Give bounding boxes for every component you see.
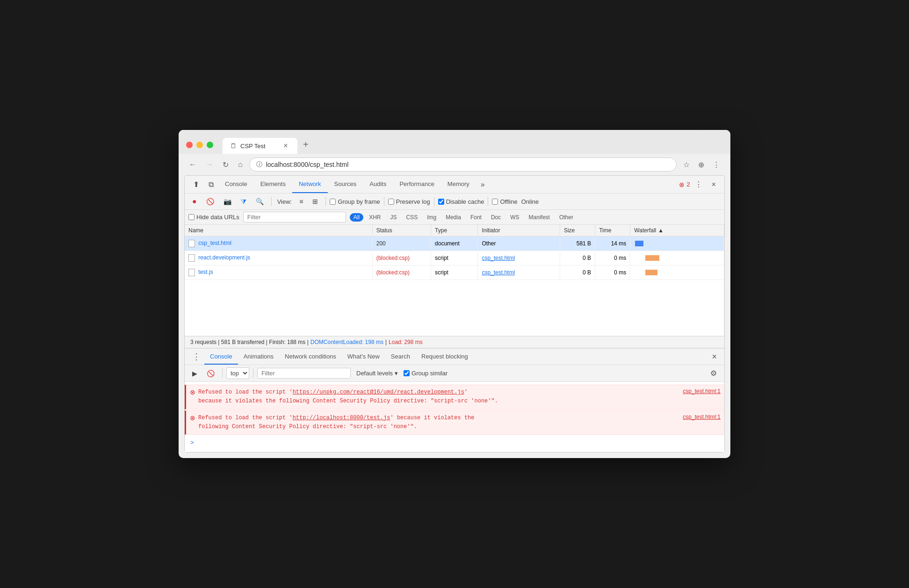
tab-network[interactable]: Network (292, 176, 328, 193)
network-filter-input[interactable] (243, 212, 346, 222)
btab-network-conditions[interactable]: Network conditions (279, 349, 342, 365)
console-gear-button[interactable]: ⚙ (707, 367, 721, 380)
btab-whats-new[interactable]: What's New (342, 349, 385, 365)
view-group-button[interactable]: ⊞ (309, 196, 322, 207)
tab-performance[interactable]: Performance (393, 176, 440, 193)
btab-search[interactable]: Search (385, 349, 416, 365)
toggle-icon-button[interactable]: ⧉ (204, 177, 218, 193)
group-by-frame-checkbox[interactable] (330, 199, 336, 205)
offline-checkbox[interactable] (492, 199, 498, 205)
browser-tab[interactable]: 🗒 CSP Test × (223, 138, 297, 154)
bottom-close-button[interactable]: × (708, 349, 721, 365)
home-button[interactable]: ⌂ (235, 158, 245, 171)
filter-tag-js[interactable]: JS (386, 213, 400, 222)
camera-button[interactable]: 📷 (220, 196, 235, 207)
load-time: Load: 298 ms (389, 339, 423, 345)
group-similar-label[interactable]: Group similar (404, 370, 447, 377)
row-name-text: csp_test.html (198, 240, 231, 246)
table-row[interactable]: react.development.js (blocked:csp) scrip… (185, 251, 724, 265)
col-header-type[interactable]: Type (431, 225, 478, 237)
col-header-size[interactable]: Size (560, 225, 595, 237)
menu-button[interactable]: ⋮ (710, 158, 723, 171)
hide-data-urls-checkbox[interactable] (188, 214, 195, 220)
group-by-frame-label[interactable]: Group by frame (330, 198, 380, 205)
new-tab-button[interactable]: + (297, 136, 314, 154)
bookmark-button[interactable]: ☆ (680, 158, 693, 171)
col-header-initiator[interactable]: Initiator (478, 225, 560, 237)
maximize-traffic-light[interactable] (207, 142, 213, 148)
tab-audits[interactable]: Audits (363, 176, 393, 193)
devtools-close-button[interactable]: × (707, 177, 721, 193)
sort-icon: ▲ (658, 227, 664, 234)
preserve-log-label[interactable]: Preserve log (388, 198, 430, 205)
offline-label[interactable]: Offline (492, 198, 517, 205)
filter-tag-img[interactable]: Img (423, 213, 440, 222)
tab-console[interactable]: Console (218, 176, 254, 193)
search-button[interactable]: 🔍 (252, 196, 267, 207)
refresh-button[interactable]: ↻ (220, 158, 231, 171)
view-list-button[interactable]: ≡ (296, 196, 307, 207)
filter-tag-doc[interactable]: Doc (487, 213, 505, 222)
col-header-waterfall[interactable]: Waterfall ▲ (630, 225, 724, 237)
error-file-1[interactable]: csp_test.html:1 (683, 388, 721, 406)
console-play-button[interactable]: ▶ (188, 368, 201, 379)
tab-close-button[interactable]: × (281, 142, 290, 150)
console-filter-input[interactable] (257, 368, 351, 379)
col-header-time[interactable]: Time (595, 225, 630, 237)
minimize-traffic-light[interactable] (196, 142, 203, 148)
forward-button[interactable]: → (203, 158, 216, 171)
profile-button[interactable]: ⊕ (695, 158, 707, 171)
more-tabs-button[interactable]: » (476, 177, 490, 193)
row-name[interactable]: csp_test.html (185, 237, 372, 251)
col-header-status[interactable]: Status (372, 225, 431, 237)
cursor-icon-button[interactable]: ⬆ (188, 176, 204, 193)
btab-animations[interactable]: Animations (238, 349, 279, 365)
console-clear-button[interactable]: 🚫 (203, 368, 218, 379)
record-button[interactable]: ● (188, 195, 201, 208)
url-bar[interactable]: ⓘ localhost:8000/csp_test.html (249, 158, 677, 172)
filter-tag-css[interactable]: CSS (402, 213, 421, 222)
row-name[interactable]: react.development.js (185, 251, 372, 265)
col-header-name[interactable]: Name (185, 225, 372, 237)
preserve-log-checkbox[interactable] (388, 199, 394, 205)
disable-cache-checkbox[interactable] (438, 199, 444, 205)
hide-data-urls-label[interactable]: Hide data URLs (188, 214, 239, 221)
btab-request-blocking[interactable]: Request blocking (416, 349, 474, 365)
error-link-2[interactable]: http://localhost:8000/test.js (293, 415, 390, 421)
console-error-1: ⊗ Refused to load the script 'https://un… (185, 385, 724, 409)
clear-button[interactable]: 🚫 (202, 196, 218, 207)
context-selector[interactable]: top (226, 367, 249, 379)
close-traffic-light[interactable] (186, 142, 193, 148)
devtools-menu-button[interactable]: ⋮ (690, 176, 707, 193)
filter-tag-media[interactable]: Media (442, 213, 465, 222)
console-prompt[interactable]: > (185, 436, 724, 450)
filter-button[interactable]: ⧩ (237, 196, 250, 208)
row-name[interactable]: test.js (185, 265, 372, 280)
initiator-link[interactable]: csp_test.html (482, 269, 515, 276)
tab-sources[interactable]: Sources (328, 176, 363, 193)
separator1 (271, 197, 272, 206)
waterfall-label: Waterfall (634, 227, 656, 234)
btab-console[interactable]: Console (204, 349, 238, 365)
disable-cache-label[interactable]: Disable cache (438, 198, 484, 205)
row-initiator[interactable]: csp_test.html (478, 251, 560, 265)
group-similar-checkbox[interactable] (404, 370, 410, 376)
levels-button[interactable]: Default levels ▾ (353, 368, 402, 379)
tab-elements[interactable]: Elements (254, 176, 292, 193)
error-file-2[interactable]: csp_test.html:1 (683, 414, 721, 431)
row-initiator[interactable]: csp_test.html (478, 265, 560, 280)
filter-tag-ws[interactable]: WS (506, 213, 523, 222)
row-waterfall (630, 265, 724, 280)
back-button[interactable]: ← (186, 158, 199, 171)
filter-tag-manifest[interactable]: Manifest (525, 213, 554, 222)
table-row[interactable]: csp_test.html 200 document Other 581 B 1… (185, 237, 724, 251)
filter-tag-font[interactable]: Font (467, 213, 485, 222)
bottom-menu-button[interactable]: ⋮ (188, 349, 204, 365)
initiator-link[interactable]: csp_test.html (482, 255, 515, 261)
filter-tag-all[interactable]: All (350, 213, 363, 222)
filter-tag-xhr[interactable]: XHR (365, 213, 384, 222)
filter-tag-other[interactable]: Other (556, 213, 577, 222)
error-link-1[interactable]: https://unpkg.com/react@16/umd/react.dev… (293, 389, 464, 395)
table-row[interactable]: test.js (blocked:csp) script csp_test.ht… (185, 265, 724, 280)
tab-memory[interactable]: Memory (441, 176, 476, 193)
